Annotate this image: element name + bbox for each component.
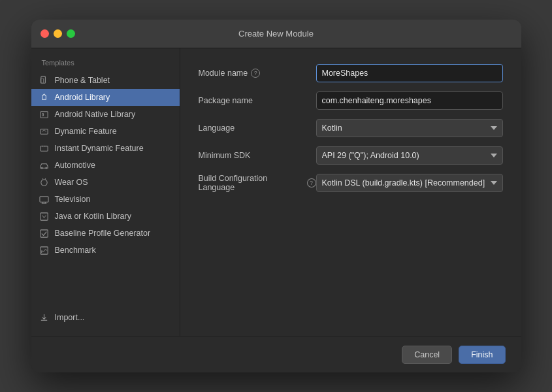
dynamic-feature-icon xyxy=(39,126,50,137)
svg-text:0: 0 xyxy=(42,112,44,117)
sidebar-item-phone-tablet[interactable]: Phone & Tablet xyxy=(31,72,180,89)
svg-rect-7 xyxy=(41,146,48,151)
import-label: Import... xyxy=(55,313,85,322)
dialog-body: Templates Phone & Tablet xyxy=(31,48,521,336)
sidebar-item-label-android-library: Android Library xyxy=(55,93,110,102)
sidebar-item-instant-dynamic-feature[interactable]: Instant Dynamic Feature xyxy=(31,140,180,157)
form-content: Module name ? Package name Language Kotl… xyxy=(180,48,521,336)
language-label: Language xyxy=(199,123,316,133)
automotive-icon xyxy=(39,160,50,171)
dialog-footer: Cancel Finish xyxy=(31,336,521,372)
sidebar-item-label-phone-tablet: Phone & Tablet xyxy=(55,76,110,85)
module-name-input[interactable] xyxy=(316,64,503,82)
language-row: Language Kotlin Java xyxy=(199,119,503,137)
sidebar-item-android-native-library[interactable]: 0 Android Native Library xyxy=(31,106,180,123)
build-config-row: Build Configuration Language ? Kotlin DS… xyxy=(199,174,503,192)
svg-point-10 xyxy=(41,179,47,185)
build-config-select[interactable]: Kotlin DSL (build.gradle.kts) [Recommend… xyxy=(316,174,503,192)
sidebar-item-dynamic-feature[interactable]: Dynamic Feature xyxy=(31,123,180,140)
benchmark-icon xyxy=(39,245,50,255)
sidebar-item-label-instant-dynamic: Instant Dynamic Feature xyxy=(55,144,144,153)
sidebar-item-benchmark[interactable]: Benchmark xyxy=(31,242,180,259)
finish-button[interactable]: Finish xyxy=(459,346,505,364)
sidebar-item-baseline-profile[interactable]: Baseline Profile Generator xyxy=(31,225,180,242)
svg-point-2 xyxy=(42,95,43,95)
sidebar: Templates Phone & Tablet xyxy=(31,48,180,336)
sidebar-item-label-dynamic-feature: Dynamic Feature xyxy=(55,127,117,136)
close-button[interactable] xyxy=(41,29,49,38)
sidebar-section-label: Templates xyxy=(31,56,180,72)
sidebar-item-label-android-native: Android Native Library xyxy=(55,110,136,119)
module-name-label: Module name ? xyxy=(199,69,316,78)
package-name-label: Package name xyxy=(199,96,316,105)
sidebar-item-label-benchmark: Benchmark xyxy=(55,246,96,255)
sidebar-item-label-television: Television xyxy=(55,195,91,204)
svg-point-3 xyxy=(44,95,45,95)
dialog-title: Create New Module xyxy=(238,29,314,39)
create-new-module-dialog: Create New Module Templates Phone & Tabl… xyxy=(31,20,521,372)
minimize-button[interactable] xyxy=(54,29,62,38)
sidebar-item-label-java-kotlin: Java or Kotlin Library xyxy=(55,212,131,221)
svg-rect-11 xyxy=(40,196,48,201)
android-native-icon: 0 xyxy=(39,109,50,120)
svg-rect-13 xyxy=(41,229,48,237)
window-controls xyxy=(41,29,75,38)
svg-rect-12 xyxy=(41,212,48,220)
title-bar: Create New Module xyxy=(31,20,521,48)
module-name-row: Module name ? xyxy=(199,64,503,82)
sidebar-item-automotive[interactable]: Automotive xyxy=(31,157,180,174)
build-config-help-icon[interactable]: ? xyxy=(307,178,316,188)
cancel-button[interactable]: Cancel xyxy=(402,346,452,364)
sidebar-item-label-baseline-profile: Baseline Profile Generator xyxy=(55,229,151,238)
baseline-profile-icon xyxy=(39,228,50,238)
instant-dynamic-icon xyxy=(39,143,50,154)
sidebar-item-java-kotlin[interactable]: Java or Kotlin Library xyxy=(31,208,180,225)
sidebar-item-wear-os[interactable]: Wear OS xyxy=(31,174,180,191)
wear-os-icon xyxy=(39,177,50,188)
android-library-icon xyxy=(39,92,50,103)
sidebar-item-television[interactable]: Television xyxy=(31,191,180,208)
sidebar-item-label-wear-os: Wear OS xyxy=(55,178,88,187)
minimum-sdk-label: Minimum SDK xyxy=(199,151,316,160)
minimum-sdk-select[interactable]: API 29 ("Q"); Android 10.0) API 28 API 2… xyxy=(316,146,503,165)
java-kotlin-icon xyxy=(39,211,50,221)
build-config-label: Build Configuration Language ? xyxy=(199,174,316,192)
module-name-help-icon[interactable]: ? xyxy=(251,69,260,78)
maximize-button[interactable] xyxy=(67,29,75,38)
package-name-input[interactable] xyxy=(316,91,503,110)
television-icon xyxy=(39,194,50,204)
import-button[interactable]: Import... xyxy=(31,307,180,328)
sidebar-item-label-automotive: Automotive xyxy=(55,161,96,170)
language-select[interactable]: Kotlin Java xyxy=(316,119,503,137)
sidebar-item-android-library[interactable]: Android Library xyxy=(31,89,180,106)
package-name-row: Package name xyxy=(199,91,503,110)
minimum-sdk-row: Minimum SDK API 29 ("Q"); Android 10.0) … xyxy=(199,146,503,165)
phone-tablet-icon xyxy=(39,75,50,86)
import-icon xyxy=(39,312,50,323)
